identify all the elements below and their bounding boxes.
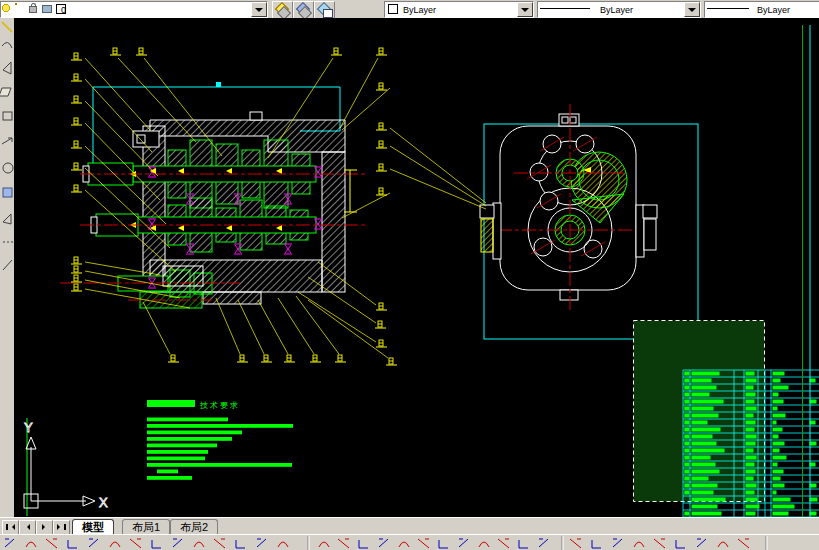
housing-end-view	[480, 104, 698, 339]
tab-model[interactable]: 模型	[72, 519, 114, 535]
grip-point	[216, 82, 221, 87]
polygon-tool-icon	[3, 62, 11, 74]
linetype-sample	[540, 8, 590, 9]
ucs-y-label: Y	[24, 420, 33, 435]
color-value: ByLayer	[403, 3, 436, 17]
layer-plot-icon[interactable]	[42, 5, 52, 13]
current-layer-name: 0	[61, 3, 66, 17]
tech-notes: 技术要求	[147, 400, 293, 480]
balloon-labels	[71, 48, 397, 365]
make-layer-current-button[interactable]	[293, 1, 314, 19]
sheet-border-lines	[803, 25, 811, 517]
lineweight-value: ByLayer	[757, 3, 790, 17]
dimension-toolbar	[0, 534, 819, 550]
drawing[interactable]: 技术要求 Y X	[14, 18, 819, 517]
hatch-tool-icon	[3, 214, 11, 224]
rectangle-tool-icon	[3, 112, 12, 120]
color-dropdown-arrow[interactable]	[517, 2, 533, 17]
next-tab-button[interactable]	[36, 520, 53, 535]
draw-toolbar[interactable]	[0, 18, 14, 517]
gearbox-section-view	[60, 82, 366, 308]
autocad-window: 0 ByLayer ByLayer ByLayer	[0, 0, 819, 550]
lineweight-dropdown[interactable]: ByLayer	[704, 1, 819, 18]
color-dropdown[interactable]: ByLayer	[384, 1, 534, 18]
selection-rectangle	[634, 321, 765, 502]
layer-on-icon[interactable]	[2, 4, 11, 14]
polyline-tool-icon	[0, 88, 11, 96]
spline-tool-icon	[2, 42, 12, 48]
draw-toolbar-icons[interactable]	[0, 18, 14, 517]
construction-line-icon	[3, 260, 12, 270]
ucs-x-label: X	[99, 495, 108, 510]
arc-tool-icon	[2, 138, 12, 144]
last-tab-button[interactable]	[53, 520, 70, 535]
prev-tab-button[interactable]	[19, 520, 36, 535]
line-tool-icon	[2, 22, 12, 32]
color-swatch	[388, 4, 398, 14]
tab-layout1[interactable]: 布局1	[122, 519, 170, 535]
first-tab-button[interactable]	[2, 520, 19, 535]
tech-notes-title: 技术要求	[199, 401, 240, 410]
ucs-icon: Y X	[24, 418, 108, 516]
layer-previous-button[interactable]	[314, 1, 335, 19]
layer-lock-icon[interactable]	[29, 6, 37, 13]
circle-tool-icon	[3, 163, 13, 173]
layer-dropdown-arrow[interactable]	[251, 2, 267, 17]
region-tool-icon	[3, 188, 12, 197]
linetype-value: ByLayer	[600, 3, 633, 17]
lineweight-sample	[707, 8, 749, 9]
dimension	[344, 170, 357, 212]
object-properties-toolbar: 0 ByLayer ByLayer ByLayer	[0, 0, 819, 19]
layers-button[interactable]	[272, 1, 293, 19]
linetype-dropdown-arrow[interactable]	[684, 2, 700, 17]
tab-layout2[interactable]: 布局2	[170, 519, 218, 535]
layer-dropdown[interactable]: 0	[0, 1, 268, 18]
linetype-dropdown[interactable]: ByLayer	[537, 1, 701, 18]
model-space-canvas[interactable]: 技术要求 Y X	[14, 18, 819, 517]
layout-tab-bar: 模型 布局1 布局2	[0, 517, 819, 535]
